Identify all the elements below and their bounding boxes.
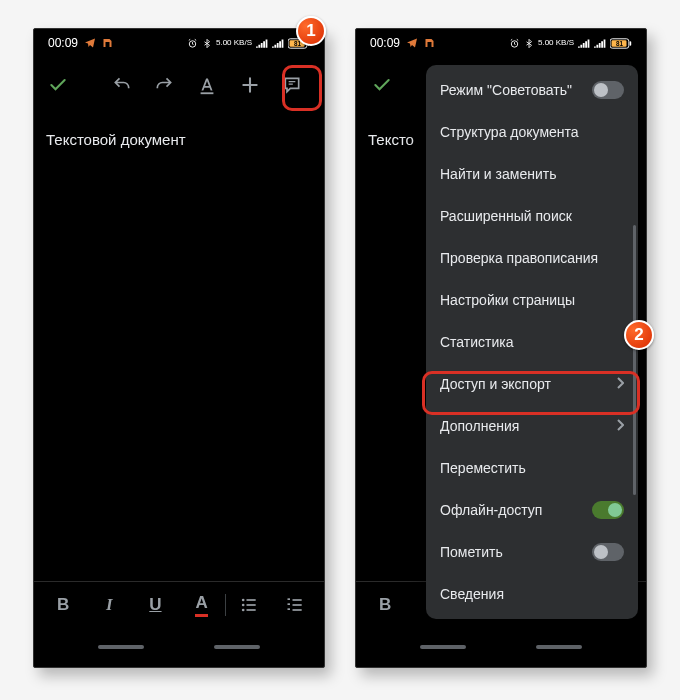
toggle-offline[interactable] <box>592 501 624 519</box>
nav-handle-right <box>214 645 260 649</box>
toggle-suggest-mode[interactable] <box>592 81 624 99</box>
nav-handle-left <box>420 645 466 649</box>
insert-button[interactable] <box>240 73 260 97</box>
signal-icon-2 <box>272 38 284 48</box>
signal-icon-1 <box>256 38 268 48</box>
menu-item-suggest-mode[interactable]: Режим "Советовать" <box>426 69 638 111</box>
menu-item-label: Статистика <box>440 334 514 350</box>
chevron-right-icon <box>616 418 624 434</box>
signal-icon-1 <box>578 38 590 48</box>
menu-item-label: Дополнения <box>440 418 519 434</box>
battery-icon: 81 <box>610 38 632 49</box>
bulleted-list-button[interactable] <box>226 595 272 615</box>
menu-item-document-outline[interactable]: Структура документа <box>426 111 638 153</box>
mi-icon <box>102 37 114 49</box>
chevron-right-icon <box>616 376 624 392</box>
callout-badge-2: 2 <box>624 320 654 350</box>
comment-button[interactable] <box>282 73 302 97</box>
menu-item-label: Сведения <box>440 586 504 602</box>
svg-rect-18 <box>287 598 290 600</box>
bold-button[interactable]: B <box>40 595 86 615</box>
svg-text:81: 81 <box>616 40 623 47</box>
menu-item-details[interactable]: Сведения <box>426 573 638 615</box>
status-bar: 00:09 5.00 KB/S 81 <box>34 29 324 57</box>
menu-item-addons[interactable]: Дополнения <box>426 405 638 447</box>
svg-rect-16 <box>292 604 301 606</box>
menu-item-label: Найти и заменить <box>440 166 556 182</box>
underline-button[interactable]: U <box>132 595 178 615</box>
editor-toolbar <box>34 57 324 113</box>
menu-item-statistics[interactable]: Статистика <box>426 321 638 363</box>
mi-icon <box>424 37 436 49</box>
svg-rect-10 <box>246 599 255 601</box>
svg-point-13 <box>242 608 245 611</box>
menu-item-label: Переместить <box>440 460 526 476</box>
menu-item-label: Расширенный поиск <box>440 208 572 224</box>
svg-rect-20 <box>287 608 290 610</box>
svg-rect-19 <box>287 603 290 605</box>
svg-point-9 <box>242 598 245 601</box>
nav-handle-left <box>98 645 144 649</box>
nav-handle-right <box>536 645 582 649</box>
status-net-speed: 5.00 KB/S <box>216 39 252 47</box>
numbered-list-button[interactable] <box>272 595 318 615</box>
menu-item-advanced-search[interactable]: Расширенный поиск <box>426 195 638 237</box>
menu-item-label: Доступ и экспорт <box>440 376 551 392</box>
signal-icon-2 <box>594 38 606 48</box>
menu-item-label: Пометить <box>440 544 503 560</box>
status-time: 00:09 <box>48 36 78 50</box>
menu-item-offline[interactable]: Офлайн-доступ <box>426 489 638 531</box>
telegram-icon <box>84 37 96 49</box>
menu-item-share-export[interactable]: Доступ и экспорт <box>426 363 638 405</box>
svg-rect-24 <box>630 41 632 46</box>
overflow-menu: Режим "Советовать" Структура документа Н… <box>426 65 638 619</box>
document-text: Текстовой документ <box>46 131 186 148</box>
svg-point-11 <box>242 603 245 606</box>
more-menu-button[interactable] <box>324 73 325 97</box>
phone-screenshot-1: 00:09 5.00 KB/S 81 <box>33 28 325 668</box>
phone-screenshot-2: 00:09 5.00 KB/S 81 Тексто <box>355 28 647 668</box>
alarm-icon <box>187 38 198 49</box>
bluetooth-icon <box>524 38 534 49</box>
svg-rect-14 <box>246 609 255 611</box>
nav-bar <box>356 627 646 667</box>
accept-button[interactable] <box>48 73 68 97</box>
bold-button[interactable]: B <box>362 595 408 615</box>
italic-button[interactable]: I <box>86 595 132 615</box>
redo-button[interactable] <box>154 73 174 97</box>
telegram-icon <box>406 37 418 49</box>
toggle-flag[interactable] <box>592 543 624 561</box>
status-bar: 00:09 5.00 KB/S 81 <box>356 29 646 57</box>
menu-item-find-replace[interactable]: Найти и заменить <box>426 153 638 195</box>
text-format-button[interactable] <box>196 73 218 97</box>
svg-rect-17 <box>292 609 301 611</box>
callout-badge-1: 1 <box>296 16 326 46</box>
undo-button[interactable] <box>112 73 132 97</box>
document-text-truncated: Тексто <box>368 131 414 148</box>
menu-item-label: Режим "Советовать" <box>440 82 572 98</box>
menu-item-page-setup[interactable]: Настройки страницы <box>426 279 638 321</box>
accept-button[interactable] <box>370 73 394 97</box>
menu-scrollbar[interactable] <box>633 225 636 495</box>
bluetooth-icon <box>202 38 212 49</box>
svg-rect-15 <box>292 599 301 601</box>
menu-item-label: Проверка правописания <box>440 250 598 266</box>
menu-item-label: Настройки страницы <box>440 292 575 308</box>
menu-item-label: Офлайн-доступ <box>440 502 542 518</box>
text-color-button[interactable]: A <box>179 593 225 617</box>
status-net-speed: 5.00 KB/S <box>538 39 574 47</box>
alarm-icon <box>509 38 520 49</box>
svg-rect-5 <box>201 92 214 94</box>
document-body[interactable]: Текстовой документ <box>34 113 324 581</box>
status-time: 00:09 <box>370 36 400 50</box>
menu-item-move[interactable]: Переместить <box>426 447 638 489</box>
menu-item-label: Структура документа <box>440 124 579 140</box>
menu-item-spellcheck[interactable]: Проверка правописания <box>426 237 638 279</box>
format-bottom-bar: B I U A <box>34 581 324 667</box>
menu-item-flag[interactable]: Пометить <box>426 531 638 573</box>
svg-rect-12 <box>246 604 255 606</box>
nav-bar <box>34 627 324 667</box>
